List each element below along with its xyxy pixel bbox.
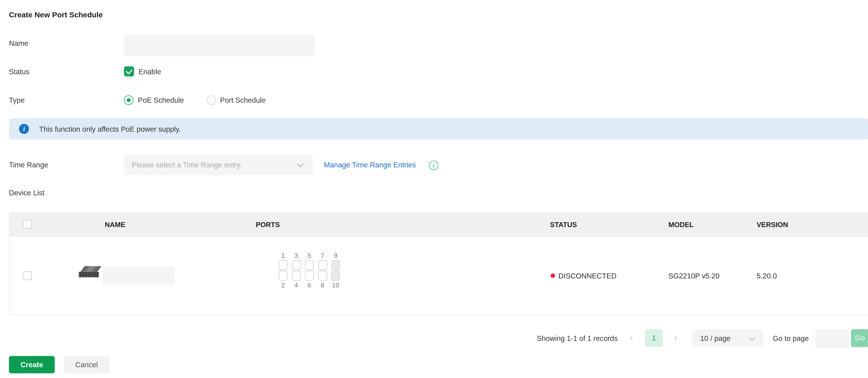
port-number: 5 [305, 252, 314, 258]
port-checkbox-10 [331, 271, 340, 281]
device-status: DISCONNECTED [558, 272, 617, 280]
port-number: 10 [331, 282, 340, 288]
page-title: Create New Port Schedule [9, 10, 103, 19]
port-schedule-radio-label: Port Schedule [220, 96, 266, 104]
device-list-label: Device List [9, 188, 44, 197]
port-number: 7 [318, 252, 327, 258]
port-checkbox-2[interactable] [279, 271, 287, 281]
column-header-status: STATUS [550, 221, 577, 229]
name-input[interactable] [124, 35, 315, 56]
table-row: 1 3 5 7 9 2 4 6 8 10 [9, 236, 868, 315]
port-number: 4 [292, 282, 301, 288]
chevron-down-icon [749, 335, 755, 341]
time-range-info-icon[interactable]: i [429, 161, 438, 170]
poe-schedule-radio-label: PoE Schedule [138, 96, 184, 104]
time-range-label: Time Range [9, 161, 48, 169]
device-version: 5.20.0 [756, 272, 777, 280]
go-button[interactable]: Go [851, 329, 868, 347]
pagination-bar: Showing 1-1 of 1 records ‹ 1 › 10 / page… [0, 329, 868, 347]
chevron-down-icon [297, 161, 304, 167]
ports-grid: 1 3 5 7 9 2 4 6 8 10 [279, 252, 340, 288]
port-checkbox-1[interactable] [279, 260, 287, 270]
device-table-header: NAME PORTS STATUS MODEL VERSION [9, 213, 868, 237]
goto-page-input[interactable] [815, 329, 849, 348]
select-all-checkbox[interactable] [23, 220, 32, 229]
switch-top-face [81, 266, 101, 272]
port-checkbox-9 [331, 260, 340, 270]
name-label: Name [9, 39, 28, 47]
info-banner: i This function only affects PoE power s… [9, 118, 868, 139]
next-page-icon[interactable]: › [674, 329, 677, 347]
info-banner-text: This function only affects PoE power sup… [39, 125, 181, 133]
status-label: Status [9, 67, 30, 76]
port-checkbox-3[interactable] [292, 260, 301, 270]
port-number: 1 [279, 252, 287, 258]
type-label: Type [9, 96, 25, 104]
device-model: SG2210P v5.20 [669, 272, 720, 280]
row-select-checkbox[interactable] [23, 271, 32, 280]
port-number: 2 [279, 282, 287, 288]
pagination-summary: Showing 1-1 of 1 records [537, 334, 618, 343]
info-icon: i [19, 124, 29, 134]
create-port-schedule-page: Create New Port Schedule Name Status Ena… [0, 0, 868, 378]
prev-page-icon[interactable]: ‹ [630, 329, 633, 347]
port-schedule-radio[interactable] [207, 95, 216, 105]
port-checkbox-6[interactable] [305, 271, 314, 281]
page-size-select[interactable]: 10 / page [692, 329, 764, 347]
port-checkbox-5[interactable] [305, 260, 314, 270]
port-number: 8 [318, 282, 327, 288]
time-range-select[interactable]: Please select a Time Range entry. [124, 154, 313, 175]
time-range-placeholder: Please select a Time Range entry. [132, 161, 242, 169]
manage-time-range-link[interactable]: Manage Time Range Entries [324, 161, 416, 169]
create-button[interactable]: Create [9, 356, 55, 373]
port-checkbox-8[interactable] [318, 271, 327, 281]
port-number: 3 [292, 252, 301, 258]
status-disconnected-dot [551, 273, 555, 278]
cancel-button[interactable]: Cancel [64, 356, 110, 373]
port-checkbox-4[interactable] [292, 271, 301, 281]
column-header-model: MODEL [669, 221, 693, 229]
device-name-box[interactable] [103, 267, 175, 285]
column-header-name: NAME [84, 221, 146, 229]
port-checkbox-7[interactable] [318, 260, 327, 270]
column-header-ports: PORTS [256, 221, 280, 229]
port-number: 9 [331, 252, 340, 258]
column-header-version: VERSION [756, 221, 788, 229]
enable-checkbox[interactable] [124, 66, 134, 76]
current-page-button[interactable]: 1 [645, 329, 663, 347]
port-number: 6 [305, 282, 314, 288]
switch-device-image [78, 266, 100, 278]
poe-schedule-radio[interactable] [124, 95, 133, 105]
switch-front-face [79, 272, 99, 277]
goto-page-label: Go to page [773, 334, 809, 343]
device-table: NAME PORTS STATUS MODEL VERSION 1 3 5 7 … [9, 213, 868, 315]
page-size-value: 10 / page [700, 334, 731, 343]
enable-checkbox-label: Enable [138, 67, 161, 76]
